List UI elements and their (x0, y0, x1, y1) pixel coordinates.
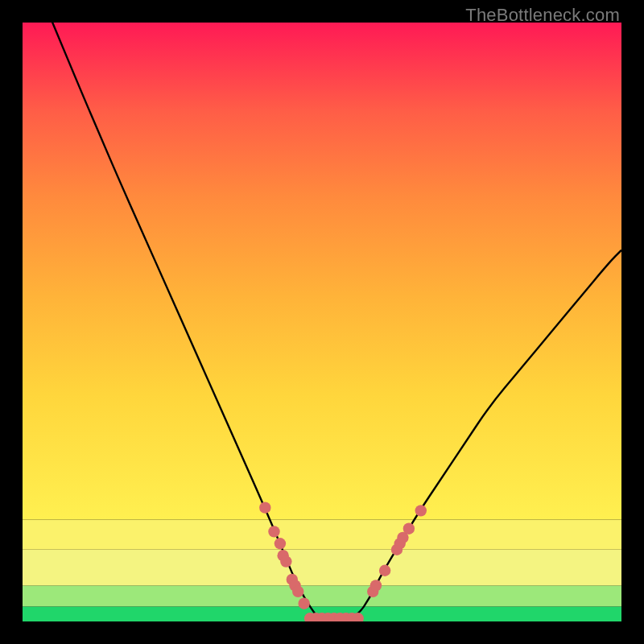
watermark-text: TheBottleneck.com (465, 5, 620, 26)
marker-dot (275, 538, 286, 549)
chart-svg (23, 23, 621, 621)
marker-dot (298, 597, 309, 609)
marker-dot (415, 505, 427, 516)
svg-rect-4 (23, 23, 621, 520)
svg-rect-2 (23, 550, 621, 586)
marker-dot (280, 555, 291, 567)
svg-rect-1 (23, 585, 621, 606)
marker-dot (292, 586, 303, 597)
chart-frame (23, 23, 621, 621)
marker-dot (370, 580, 382, 591)
marker-dot (268, 526, 279, 537)
marker-dot (403, 522, 415, 534)
svg-rect-3 (23, 520, 621, 550)
marker-dot (379, 565, 390, 576)
marker-dot (259, 502, 270, 513)
